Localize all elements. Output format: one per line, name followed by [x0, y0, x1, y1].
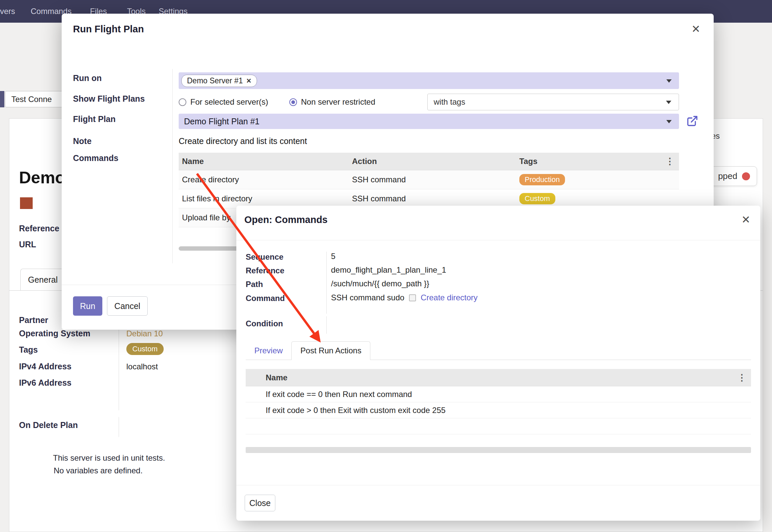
column-header-tags[interactable]: Tags [516, 157, 679, 166]
chip-remove-icon[interactable]: ✕ [246, 77, 251, 85]
tab-post-run-actions[interactable]: Post Run Actions [291, 341, 370, 360]
field-divider [326, 252, 327, 314]
on-delete-plan-label: On Delete Plan [19, 420, 78, 430]
close-icon[interactable]: ✕ [691, 24, 700, 34]
ipv6-label: IPv6 Address [19, 378, 71, 388]
server-scope-radios: For selected server(s) Non server restri… [179, 94, 679, 110]
with-tags-value: with tags [434, 97, 465, 106]
radio-label: For selected server(s) [190, 97, 268, 107]
note-label: Note [73, 136, 92, 146]
record-title: Demo [19, 168, 65, 187]
external-link-icon[interactable] [686, 115, 698, 128]
server-chip-label: Demo Server #1 [187, 76, 243, 85]
tags-label: Tags [19, 345, 38, 355]
table-header-row: Name Action Tags ⋮ [179, 153, 679, 170]
field-divider [119, 417, 119, 437]
tag-badge-custom: Custom [519, 193, 555, 204]
chevron-down-icon [666, 101, 671, 104]
kebab-menu-icon[interactable]: ⋮ [662, 156, 676, 167]
modal-title: Run Flight Plan [73, 24, 144, 35]
command-label: Command [246, 294, 285, 303]
commands-label: Commands [73, 153, 118, 163]
table-row[interactable]: If exit code > 0 then Exit with custom e… [246, 402, 751, 418]
flight-plan-select[interactable]: Demo Flight Plan #1 [179, 114, 679, 129]
table-row-empty [246, 418, 751, 434]
ipv4-label: IPv4 Address [19, 362, 71, 371]
tag-badge-production: Production [519, 174, 565, 185]
radio-label: Non server restricted [301, 97, 375, 107]
kebab-menu-icon[interactable]: ⋮ [735, 372, 748, 383]
create-directory-link[interactable]: Create directory [421, 293, 478, 302]
sequence-label: Sequence [246, 252, 283, 262]
show-flight-plans-label: Show Flight Plans [73, 94, 145, 104]
unit-test-note: This server is used in unit tests. [53, 453, 165, 463]
column-header-action[interactable]: Action [349, 157, 516, 166]
no-variables-note: No variables are defined. [54, 466, 143, 475]
partner-label: Partner [19, 315, 48, 325]
nav-item-servers[interactable]: vers [0, 0, 15, 23]
operating-system-label: Operating System [19, 329, 90, 338]
chevron-down-icon [666, 79, 672, 83]
flight-plan-label: Flight Plan [73, 114, 116, 124]
command-text: SSH command sudo [331, 293, 404, 302]
footer-divider [236, 485, 760, 485]
url-label: URL [19, 240, 36, 249]
ipv4-value: localhost [126, 362, 158, 371]
radio-selected-icon[interactable] [289, 98, 297, 106]
radio-for-selected-servers[interactable]: For selected server(s) [179, 94, 268, 110]
plan-description: Create directory and list its content [179, 136, 307, 146]
reference-label: Reference [19, 224, 59, 233]
column-header-name[interactable]: Name [179, 157, 349, 166]
header-divider [236, 240, 760, 240]
modal-title: Open: Commands [244, 214, 328, 225]
reference-value: demo_flight_plan_1_plan_line_1 [331, 265, 446, 275]
table-row[interactable]: If exit code == 0 then Run next command [246, 386, 751, 402]
chevron-down-icon [666, 120, 672, 123]
post-run-actions-table: Name ⋮ If exit code == 0 then Run next c… [246, 369, 751, 434]
radio-non-server-restricted[interactable]: Non server restricted [289, 94, 375, 110]
form-divider [172, 69, 173, 263]
condition-label: Condition [246, 319, 283, 328]
server-chip[interactable]: Demo Server #1 ✕ [181, 75, 257, 87]
sequence-value: 5 [331, 252, 335, 261]
status-badge-label: pped [718, 171, 737, 181]
screen: vers Commands Files Tools Settings Test … [0, 0, 772, 532]
column-header-name[interactable]: Name [246, 373, 287, 382]
table-header-row: Name ⋮ [246, 369, 751, 386]
status-dot-icon [742, 172, 750, 180]
horizontal-scrollbar[interactable] [246, 447, 751, 453]
close-button[interactable]: Close [245, 495, 275, 511]
command-checkbox[interactable] [409, 294, 416, 301]
with-tags-select[interactable]: with tags [427, 94, 679, 110]
flight-plan-value: Demo Flight Plan #1 [184, 117, 260, 126]
cell-action: SSH command [349, 194, 516, 203]
path-value: /such/much/{{ demo_path }} [331, 279, 429, 288]
field-divider [326, 316, 327, 334]
cell-name: List files in directory [179, 194, 349, 203]
open-commands-modal: Open: Commands ✕ Sequence 5 Reference de… [236, 206, 760, 521]
cancel-button[interactable]: Cancel [107, 296, 148, 316]
table-row[interactable]: Create directory SSH command Production [179, 170, 679, 189]
path-label: Path [246, 280, 263, 289]
cell-name: Create directory [179, 175, 349, 184]
radio-icon[interactable] [179, 98, 186, 106]
partial-button[interactable] [0, 91, 4, 107]
tab-preview[interactable]: Preview [246, 342, 291, 360]
cell-action: SSH command [349, 175, 516, 184]
command-value: SSH command sudo Create directory [331, 293, 478, 302]
notebook-tabs: Preview Post Run Actions [246, 342, 751, 360]
reference-label: Reference [246, 266, 284, 275]
run-button[interactable]: Run [73, 296, 102, 316]
run-on-select[interactable]: Demo Server #1 ✕ [179, 72, 679, 89]
tag-badge-custom[interactable]: Custom [126, 343, 164, 355]
close-icon[interactable]: ✕ [741, 214, 750, 225]
run-on-label: Run on [73, 73, 102, 83]
color-swatch[interactable] [20, 197, 33, 209]
operating-system-value[interactable]: Debian 10 [126, 329, 163, 338]
